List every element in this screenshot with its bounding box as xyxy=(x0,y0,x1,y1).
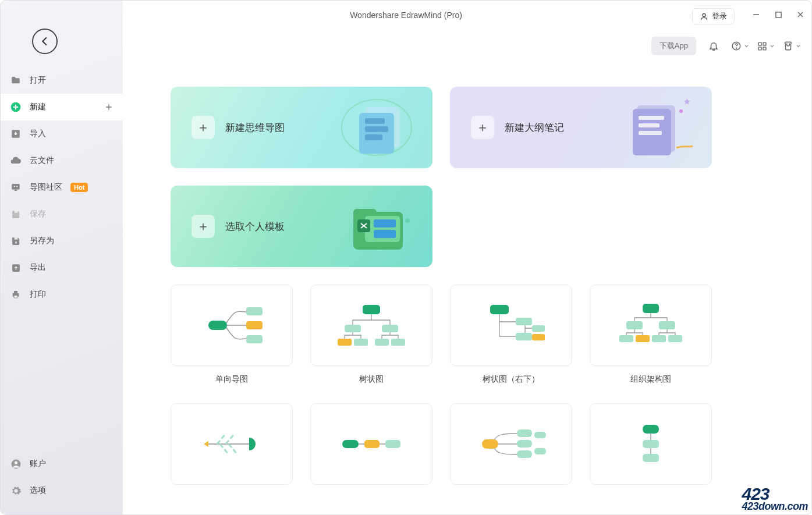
main-content: ＋ 新建思维导图 ＋ 新建大纲笔记 xyxy=(123,59,811,514)
template-tree-rd[interactable]: 树状图（右下） xyxy=(450,285,572,385)
svg-rect-72 xyxy=(534,432,546,438)
template-tree[interactable]: 树状图 xyxy=(310,285,432,385)
sidebar-item-saveas[interactable]: 另存为 xyxy=(1,228,123,254)
maximize-button[interactable] xyxy=(773,9,783,20)
svg-rect-66 xyxy=(364,440,380,448)
hero-personal-template[interactable]: ＋ 选取个人模板 xyxy=(171,186,432,267)
sidebar-item-label: 账户 xyxy=(30,459,46,469)
sidebar-item-label: 导图社区 xyxy=(30,182,62,193)
sidebar-item-save: 保存 xyxy=(1,201,123,228)
svg-rect-55 xyxy=(532,325,545,332)
folder-icon xyxy=(10,74,22,86)
svg-point-21 xyxy=(14,461,17,464)
sidebar-item-label: 导入 xyxy=(30,129,46,139)
hero-label: 新建思维导图 xyxy=(225,121,285,134)
template-grid: 单向导图 树状图 xyxy=(171,285,776,485)
sidebar-main: 打开 新建 导入 云文件 导图社区 Hot 保存 另存为 xyxy=(1,67,123,450)
help-button[interactable] xyxy=(731,37,749,55)
svg-point-0 xyxy=(703,13,705,16)
sidebar-item-label: 云文件 xyxy=(30,155,54,166)
svg-rect-58 xyxy=(626,321,643,329)
svg-rect-38 xyxy=(374,230,396,238)
theme-button[interactable] xyxy=(783,37,801,55)
svg-rect-68 xyxy=(482,439,498,449)
chevron-down-icon xyxy=(796,44,801,49)
template-preview xyxy=(310,403,432,485)
svg-rect-46 xyxy=(345,325,361,332)
window-controls xyxy=(751,9,806,20)
template-timeline[interactable] xyxy=(310,403,432,485)
svg-rect-9 xyxy=(758,47,761,49)
hero-new-mindmap[interactable]: ＋ 新建思维导图 xyxy=(171,87,432,168)
svg-rect-65 xyxy=(342,440,359,448)
hero-row-2: ＋ 选取个人模板 xyxy=(171,186,776,267)
sidebar-item-export[interactable]: 导出 xyxy=(1,254,123,281)
sidebar-item-label: 打开 xyxy=(30,75,46,86)
svg-rect-67 xyxy=(385,440,400,448)
svg-rect-15 xyxy=(14,211,17,213)
template-radial[interactable]: 单向导图 xyxy=(171,285,293,385)
template-vertical[interactable] xyxy=(590,403,712,485)
hero-new-outline[interactable]: ＋ 新建大纲笔记 xyxy=(450,87,712,168)
minimize-button[interactable] xyxy=(751,9,761,20)
export-icon xyxy=(10,262,22,274)
sidebar-item-open[interactable]: 打开 xyxy=(1,67,123,94)
svg-point-13 xyxy=(14,186,15,187)
svg-rect-49 xyxy=(354,339,368,346)
svg-rect-8 xyxy=(763,42,766,45)
chevron-down-icon xyxy=(770,44,775,49)
svg-rect-32 xyxy=(639,131,662,135)
download-app-button[interactable]: 下载App xyxy=(651,37,696,55)
sidebar-item-import[interactable]: 导入 xyxy=(1,120,123,147)
svg-point-40 xyxy=(405,218,410,223)
plus-circle-icon xyxy=(10,101,22,113)
template-bubble[interactable] xyxy=(450,403,572,485)
template-preview xyxy=(171,403,293,485)
notification-button[interactable] xyxy=(704,37,723,55)
sidebar-item-print[interactable]: 打印 xyxy=(1,281,123,308)
svg-rect-47 xyxy=(382,325,398,332)
svg-rect-56 xyxy=(532,334,545,340)
svg-rect-57 xyxy=(643,304,659,313)
svg-rect-41 xyxy=(208,321,227,330)
svg-rect-54 xyxy=(516,333,532,340)
svg-rect-60 xyxy=(619,335,633,342)
sidebar-item-new[interactable]: 新建 xyxy=(1,94,123,120)
svg-rect-37 xyxy=(374,219,396,228)
svg-rect-44 xyxy=(246,335,263,343)
sidebar-item-cloud[interactable]: 云文件 xyxy=(1,147,123,174)
svg-rect-75 xyxy=(643,425,659,434)
template-org[interactable]: 组织架构图 xyxy=(590,285,712,385)
svg-point-33 xyxy=(679,109,683,113)
watermark-small: 423down.com xyxy=(742,502,808,511)
download-app-label: 下载App xyxy=(659,41,688,51)
template-preview xyxy=(171,285,293,366)
watermark-big: 423 xyxy=(742,486,808,502)
svg-rect-31 xyxy=(639,123,659,127)
template-preview xyxy=(450,285,572,366)
login-label: 登录 xyxy=(712,11,727,22)
template-preview xyxy=(590,285,712,366)
apps-button[interactable] xyxy=(757,37,775,55)
sidebar-item-account[interactable]: 账户 xyxy=(1,450,123,477)
close-button[interactable] xyxy=(795,9,806,20)
svg-point-6 xyxy=(736,48,736,48)
svg-rect-70 xyxy=(517,440,532,447)
top-toolbar: 下载App xyxy=(651,37,801,55)
template-label: 树状图 xyxy=(310,374,432,385)
template-illustration-icon xyxy=(330,191,423,261)
save-as-icon xyxy=(10,235,22,247)
sidebar-item-options[interactable]: 选项 xyxy=(1,477,123,504)
sidebar-item-community[interactable]: 导图社区 Hot xyxy=(1,174,123,201)
svg-rect-16 xyxy=(14,237,17,240)
template-fishbone[interactable] xyxy=(171,403,293,485)
svg-rect-61 xyxy=(636,335,650,342)
svg-rect-59 xyxy=(659,321,675,329)
hot-badge: Hot xyxy=(70,183,88,192)
add-icon[interactable] xyxy=(104,102,114,112)
login-button[interactable]: 登录 xyxy=(692,8,735,24)
svg-rect-27 xyxy=(365,134,382,140)
plus-icon: ＋ xyxy=(192,116,215,139)
svg-rect-43 xyxy=(246,321,263,329)
back-button[interactable] xyxy=(32,29,58,54)
